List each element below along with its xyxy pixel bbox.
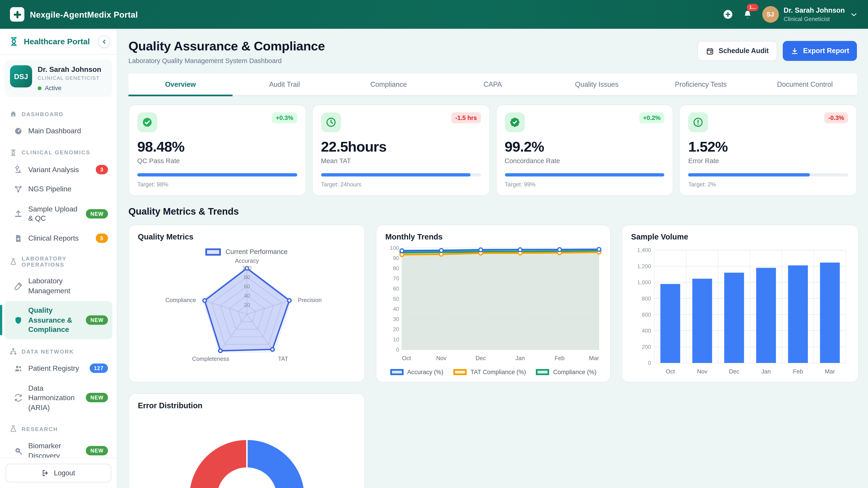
svg-text:70: 70 <box>393 275 399 282</box>
svg-text:Dec: Dec <box>475 355 486 361</box>
tab-quality-issues[interactable]: Quality Issues <box>545 74 649 96</box>
notifications-bell-icon[interactable]: 1... <box>742 9 753 20</box>
user-menu[interactable]: SJ Dr. Sarah Johnson Clinical Geneticist <box>762 6 858 23</box>
tab-proficiency-tests[interactable]: Proficiency Tests <box>649 74 753 96</box>
kpi-target: Target: 98% <box>137 181 297 188</box>
sidebar-item-label: Variant Analysis <box>28 165 79 174</box>
svg-text:1,400: 1,400 <box>637 247 651 253</box>
sidebar-section-data-network: DATA NETWORK <box>4 340 113 359</box>
svg-text:0: 0 <box>396 347 399 353</box>
kpi-row: +0.3%98.48%QC Pass RateTarget: 98%-1.5 h… <box>128 105 857 196</box>
sidebar-nav: DASHBOARDMain DashboardCLINICAL GENOMICS… <box>0 102 117 458</box>
svg-text:Completeness: Completeness <box>192 356 229 362</box>
svg-text:Jan: Jan <box>761 368 771 375</box>
notification-badge: 1... <box>747 4 758 11</box>
sidebar-item-label: Biomarker Discovery <box>28 441 81 457</box>
dna-icon <box>9 149 17 156</box>
alert-circle-icon <box>688 112 708 132</box>
page-title: Quality Assurance & Compliance <box>128 39 325 54</box>
bar-chart-title: Sample Volume <box>631 232 849 241</box>
svg-text:Nov: Nov <box>436 355 446 361</box>
sidebar-item-laboratory-management[interactable]: Laboratory Management <box>4 272 113 300</box>
users-icon <box>14 364 23 373</box>
svg-text:200: 200 <box>642 344 651 350</box>
svg-text:0: 0 <box>648 360 651 366</box>
tab-audit-trail[interactable]: Audit Trail <box>232 74 337 96</box>
app-logo <box>10 7 24 22</box>
svg-text:60: 60 <box>393 286 399 292</box>
tab-compliance[interactable]: Compliance <box>337 74 440 96</box>
sidebar-item-quality-assurance-compliance[interactable]: Quality Assurance & ComplianceNEW <box>4 301 113 339</box>
sidebar-item-badge: NEW <box>86 315 108 325</box>
svg-text:40: 40 <box>393 306 399 312</box>
sidebar-item-sample-upload-qc[interactable]: Sample Upload & QCNEW <box>4 199 113 228</box>
svg-text:40: 40 <box>244 293 250 299</box>
kpi-progress <box>137 173 297 177</box>
sidebar-section-laboratory-operations: LABORATORY OPERATIONS <box>4 249 113 272</box>
sidebar-section-dashboard: DASHBOARD <box>4 103 113 122</box>
brand-title: Healthcare Portal <box>24 37 90 46</box>
sidebar-item-data-harmonization-aria[interactable]: Data Harmonization (ARIA)NEW <box>4 379 113 417</box>
sidebar-item-label: Main Dashboard <box>28 126 81 136</box>
sidebar-item-label: Quality Assurance & Compliance <box>28 306 81 335</box>
tab-capa[interactable]: CAPA <box>440 74 545 96</box>
tab-document-control[interactable]: Document Control <box>753 74 857 96</box>
line-chart-title: Monthly Trends <box>385 232 601 241</box>
logout-button[interactable]: Logout <box>5 464 111 482</box>
svg-text:Oct: Oct <box>402 355 411 361</box>
page-subtitle: Laboratory Quality Management System Das… <box>128 57 325 65</box>
legend-item: Compliance (%) <box>536 368 596 375</box>
file-plus-icon <box>14 234 23 242</box>
sidebar-item-variant-analysis[interactable]: Variant Analysis3 <box>4 160 113 179</box>
kpi-value: 22.5hours <box>321 138 481 156</box>
legend-item: TAT Compliance (%) <box>454 368 526 375</box>
kpi-value: 98.48% <box>137 138 297 156</box>
tab-overview[interactable]: Overview <box>128 74 232 96</box>
bar-chart: 02004006008001,0001,2001,400OctNovDecJan… <box>631 245 849 377</box>
svg-text:Dec: Dec <box>729 368 739 375</box>
sidebar-user-card: DSJ Dr. Sarah Johnson CLINICAL GENETICIS… <box>4 60 113 97</box>
kpi-progress <box>688 173 848 177</box>
sidebar-item-label: NGS Pipeline <box>28 184 71 194</box>
kpi-delta-badge: +0.3% <box>272 112 297 123</box>
svg-text:400: 400 <box>642 328 651 334</box>
svg-text:Mar: Mar <box>589 355 599 361</box>
svg-text:Mar: Mar <box>825 368 835 375</box>
sidebar-collapse-button[interactable] <box>98 35 110 48</box>
quality-metrics-card: Quality Metrics Current Performance 2040… <box>128 225 365 382</box>
sidebar-item-patient-registry[interactable]: Patient Registry127 <box>4 359 113 378</box>
svg-text:TAT: TAT <box>278 356 288 362</box>
sidebar-item-badge: 5 <box>96 233 108 243</box>
legend-swatch <box>206 248 221 255</box>
kpi-card-concordance-rate: +0.2%99.2%Concordance RateTarget: 99% <box>496 105 673 196</box>
export-report-button[interactable]: Export Report <box>782 41 857 61</box>
sample-volume-card: Sample Volume 02004006008001,0001,2001,4… <box>622 225 859 382</box>
svg-text:50: 50 <box>393 296 399 302</box>
svg-text:Accuracy: Accuracy <box>235 258 259 264</box>
flask-icon <box>9 425 17 433</box>
add-icon[interactable] <box>722 9 733 20</box>
flask-icon <box>9 258 17 266</box>
home-icon <box>9 110 17 118</box>
svg-text:30: 30 <box>393 316 399 322</box>
kpi-label: Error Rate <box>688 157 848 165</box>
svg-text:Nov: Nov <box>697 368 708 375</box>
sidebar-item-main-dashboard[interactable]: Main Dashboard <box>4 122 113 140</box>
shield-icon <box>14 316 23 325</box>
download-icon <box>790 47 799 55</box>
sidebar-item-ngs-pipeline[interactable]: NGS Pipeline <box>4 180 113 198</box>
monthly-trends-card: Monthly Trends 0102030405060708090100Oct… <box>376 225 611 382</box>
sidebar-item-clinical-reports[interactable]: Clinical Reports5 <box>4 229 113 248</box>
svg-text:10: 10 <box>393 336 399 343</box>
kpi-card-error-rate: -0.3%1.52%Error RateTarget: 2% <box>680 105 857 196</box>
svg-text:60: 60 <box>244 283 250 289</box>
schedule-audit-button[interactable]: Schedule Audit <box>698 41 777 61</box>
main-content: Quality Assurance & Compliance Laborator… <box>117 29 868 488</box>
sidebar-item-badge: 3 <box>96 165 108 174</box>
sidebar-item-biomarker-discovery[interactable]: Biomarker DiscoveryNEW <box>4 437 113 458</box>
line-chart-legend: Accuracy (%)TAT Compliance (%)Compliance… <box>385 368 601 375</box>
network-icon <box>14 185 23 194</box>
svg-text:1,000: 1,000 <box>637 279 651 285</box>
sidebar-item-badge: NEW <box>86 393 108 402</box>
sidebar-item-label: Data Harmonization (ARIA) <box>28 383 81 412</box>
